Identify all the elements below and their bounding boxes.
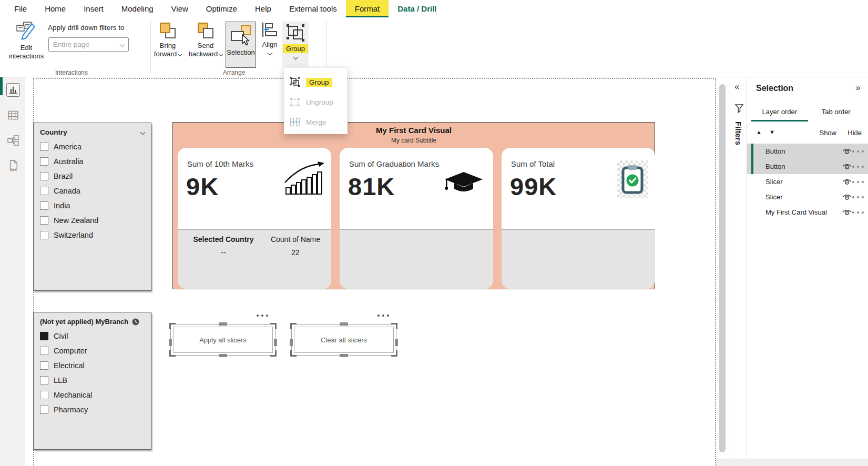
selection-handle[interactable] (169, 350, 176, 357)
selection-handle[interactable] (340, 322, 348, 326)
show-all-button[interactable]: Show (819, 129, 836, 137)
slicer-option-computer[interactable]: Computer (40, 343, 145, 358)
move-layer-up-button[interactable]: ▲ (756, 129, 762, 135)
visibility-eye-icon[interactable] (842, 178, 852, 186)
tab-layer-order[interactable]: Layer order (751, 105, 808, 120)
menu-file[interactable]: File (5, 0, 36, 17)
layer-row-card-visual[interactable]: My First Card Visual (747, 205, 868, 220)
selection-handle[interactable] (270, 323, 277, 329)
slicer-option-pharmacy[interactable]: Pharmacy (40, 402, 145, 417)
slicer-option-india[interactable]: India (40, 198, 145, 213)
selection-handle[interactable] (290, 323, 297, 329)
checkbox[interactable] (40, 201, 48, 210)
selection-handle[interactable] (219, 354, 227, 357)
checkbox[interactable] (40, 376, 48, 384)
bring-forward-button[interactable]: Bringforward (152, 22, 183, 58)
visibility-eye-icon[interactable] (842, 208, 852, 216)
table-view-button[interactable] (6, 108, 20, 122)
slicer-option-new-zealand[interactable]: New Zealand (40, 213, 145, 228)
model-view-button[interactable] (6, 134, 20, 147)
vertical-scrollbar[interactable] (719, 84, 726, 452)
selection-handle[interactable] (391, 323, 397, 329)
slicer-option-civil[interactable]: Civil (40, 329, 145, 343)
layer-row-button-1[interactable]: Button (747, 144, 868, 159)
menu-home[interactable]: Home (36, 0, 75, 17)
selection-handle[interactable] (169, 323, 176, 329)
collapse-selection-pane-icon[interactable]: » (856, 83, 861, 93)
checkbox[interactable] (40, 361, 48, 370)
more-options-icon[interactable] (852, 166, 864, 168)
report-canvas[interactable]: Country America Australia Brazil Canada … (25, 77, 716, 466)
checkbox[interactable] (40, 347, 48, 355)
dax-query-view-button[interactable]: DAX) (6, 159, 20, 173)
checkbox[interactable] (40, 216, 48, 225)
menu-modeling[interactable]: Modeling (113, 0, 162, 17)
selection-handle[interactable] (219, 322, 227, 326)
menu-format-active[interactable]: Format (346, 0, 389, 17)
menu-optimize[interactable]: Optimize (197, 0, 246, 17)
more-options-icon[interactable] (257, 315, 268, 317)
selection-handle[interactable] (391, 350, 397, 357)
group-button[interactable]: Group (282, 22, 309, 68)
menu-external-tools[interactable]: External tools (280, 0, 346, 17)
checkbox[interactable] (40, 143, 48, 151)
checkbox[interactable] (40, 187, 48, 195)
tab-tab-order[interactable]: Tab order (808, 105, 865, 120)
selection-handle[interactable] (290, 339, 293, 346)
checkbox[interactable] (40, 172, 48, 180)
hide-all-button[interactable]: Hide (847, 129, 862, 137)
menu-help[interactable]: Help (246, 0, 280, 17)
drill-scope-select[interactable]: Entire page (48, 37, 129, 52)
selection-handle[interactable] (270, 350, 277, 357)
move-layer-down-button[interactable]: ▼ (769, 129, 775, 135)
visibility-eye-icon[interactable] (842, 193, 852, 201)
edit-interactions-button[interactable]: Editinteractions (7, 22, 45, 60)
layer-row-slicer-1[interactable]: Slicer (747, 174, 868, 189)
country-slicer[interactable]: Country America Australia Brazil Canada … (33, 123, 151, 291)
more-options-icon[interactable] (852, 181, 864, 183)
slicer-option-llb[interactable]: LLB (40, 373, 145, 388)
slicer-option-brazil[interactable]: Brazil (40, 169, 145, 184)
slicer-option-america[interactable]: America (40, 139, 145, 154)
selection-pane-button[interactable]: Selection (226, 22, 256, 68)
expand-filters-icon[interactable]: « (734, 82, 739, 92)
selection-handle[interactable] (340, 354, 348, 357)
more-options-icon[interactable] (852, 211, 864, 214)
menu-data-drill[interactable]: Data / Drill (389, 0, 445, 17)
slicer-option-mechanical[interactable]: Mechanical (40, 388, 145, 402)
clear-all-slicers-button[interactable]: Clear all slicers (294, 327, 394, 353)
apply-all-slicers-button[interactable]: Apply all slicers (173, 327, 273, 353)
branch-slicer[interactable]: (Not yet applied) MyBranch Civil Compute… (33, 312, 151, 450)
more-options-icon[interactable] (377, 315, 389, 317)
slicer-option-canada[interactable]: Canada (40, 184, 145, 198)
slicer-option-switzerland[interactable]: Switzerland (40, 228, 145, 242)
selection-handle[interactable] (290, 350, 297, 357)
visibility-eye-icon[interactable] (842, 163, 852, 170)
checkbox[interactable] (40, 231, 48, 239)
checkbox[interactable] (40, 406, 48, 414)
slicer-option-australia[interactable]: Australia (40, 154, 145, 169)
layer-row-slicer-2[interactable]: Slicer (747, 189, 868, 205)
menu-view[interactable]: View (162, 0, 197, 17)
report-view-button[interactable] (6, 83, 20, 97)
menu-item-group[interactable]: Group (284, 72, 347, 92)
card-visual[interactable]: My First Card Visual My card Subtitle Su… (172, 122, 655, 289)
card-10th-marks[interactable]: Sum of 10th Marks 9K Selected Country (178, 148, 331, 289)
send-backward-button[interactable]: Sendbackward (187, 22, 224, 58)
more-options-icon[interactable] (852, 196, 864, 198)
more-options-icon[interactable] (852, 150, 864, 153)
chevron-down-icon[interactable] (140, 130, 146, 135)
layer-row-button-2[interactable]: Button (747, 159, 868, 174)
align-button[interactable]: Align (259, 22, 281, 55)
card-graduation-marks[interactable]: Sum of Graduation Marks 81K (340, 148, 493, 289)
slicer-option-electrical[interactable]: Electrical (40, 358, 145, 373)
visibility-eye-icon[interactable] (842, 147, 852, 155)
checkbox[interactable] (40, 391, 48, 399)
checkbox-checked[interactable] (40, 332, 48, 340)
filters-panel-collapsed[interactable]: « Filters (730, 77, 747, 466)
card-total[interactable]: Sum of Total 99K (502, 148, 655, 289)
menu-insert[interactable]: Insert (75, 0, 113, 17)
selection-handle[interactable] (274, 339, 277, 346)
checkbox[interactable] (40, 157, 48, 166)
selection-handle[interactable] (169, 339, 172, 346)
